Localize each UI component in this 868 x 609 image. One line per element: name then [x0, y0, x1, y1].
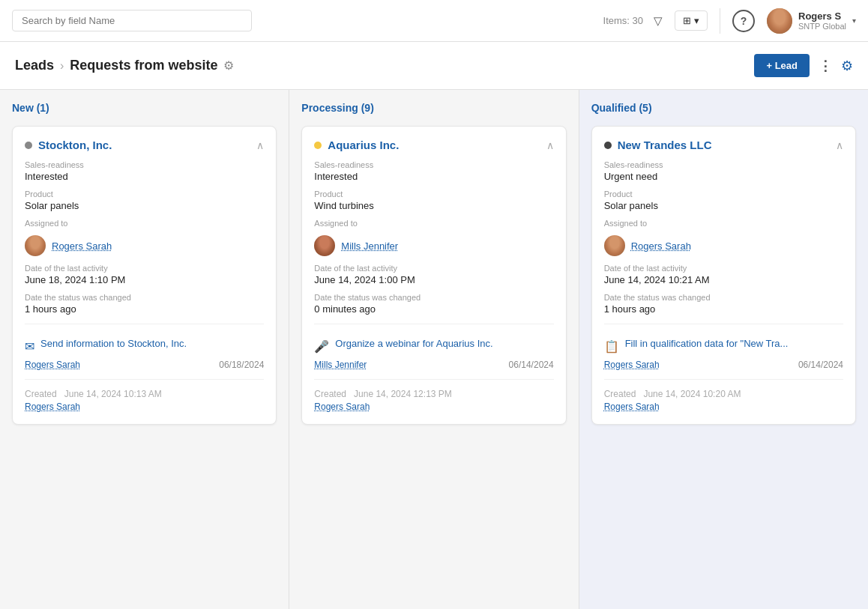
view-toggle-button[interactable]: ⊞ ▾	[675, 10, 708, 31]
collapse-icon[interactable]: ∧	[256, 139, 264, 151]
search-area: Items: 30 ▽	[12, 10, 663, 31]
status-changed-label-3: Date the status was changed	[604, 293, 843, 302]
last-activity-value: June 18, 2024 1:10 PM	[25, 274, 264, 285]
card-divider-4	[314, 379, 553, 380]
collapse-icon-2[interactable]: ∧	[546, 139, 554, 151]
card-divider	[25, 324, 264, 324]
user-name: Rogers S	[798, 10, 846, 22]
card-divider-3	[314, 324, 553, 324]
card-header-aquarius: Aquarius Inc. ∧	[314, 139, 553, 151]
user-name-block: Rogers S SNTP Global	[798, 10, 846, 31]
help-button[interactable]: ?	[732, 10, 755, 32]
status-changed-value-3: 1 hours ago	[604, 303, 843, 315]
filter-icon[interactable]: ▽	[654, 14, 663, 28]
card-footer-2: Created June 14, 2024 12:13 PM Rogers Sa…	[314, 389, 553, 412]
created-label-3: Created	[604, 389, 636, 399]
user-company: SNTP Global	[798, 22, 846, 31]
activity-meta: Rogers Sarah 06/18/2024	[25, 360, 264, 370]
activity-meta-2: Mills Jennifer 06/14/2024	[314, 360, 553, 370]
breadcrumb-root[interactable]: Leads	[15, 58, 54, 73]
collapse-icon-3[interactable]: ∧	[836, 139, 843, 151]
last-activity-label: Date of the last activity	[25, 264, 264, 273]
last-activity-value-3: June 14, 2024 10:21 AM	[604, 274, 843, 285]
items-count: Items: 30	[603, 15, 643, 26]
product-value-3: Solar panels	[604, 200, 843, 211]
column-header-processing: Processing (9)	[301, 102, 566, 114]
created-label-2: Created	[314, 389, 346, 399]
top-bar: Items: 30 ▽ ⊞ ▾ ? Rogers S SNTP Global ▾	[0, 0, 868, 42]
card-divider-2	[25, 379, 264, 380]
product-value: Solar panels	[25, 200, 264, 211]
page-settings-gear-icon[interactable]: ⚙	[223, 58, 234, 73]
created-date-2: June 14, 2024 12:13 PM	[354, 389, 452, 399]
card-stockton: Stockton, Inc. ∧ Sales-readiness Interes…	[12, 126, 277, 425]
status-dot-gray	[25, 142, 32, 149]
activity-assignee-2[interactable]: Mills Jennifer	[314, 360, 367, 370]
card-divider-5	[604, 324, 843, 324]
created-date-3: June 14, 2024 10:20 AM	[643, 389, 741, 399]
created-by[interactable]: Rogers Sarah	[25, 402, 80, 412]
sales-readiness-label-3: Sales-readiness	[604, 160, 843, 169]
created-by-2[interactable]: Rogers Sarah	[314, 402, 370, 412]
assigned-row: Rogers Sarah	[25, 235, 264, 256]
assignee-name[interactable]: Rogers Sarah	[52, 240, 112, 252]
settings-icon[interactable]: ⚙	[841, 58, 853, 74]
last-activity-value-2: June 14, 2024 1:00 PM	[314, 274, 553, 285]
card-company-name-3[interactable]: New Trandes LLC	[618, 139, 712, 151]
assigned-label: Assigned to	[25, 219, 264, 228]
chevron-down-icon: ▾	[694, 15, 699, 26]
activity-assignee[interactable]: Rogers Sarah	[25, 360, 80, 370]
breadcrumb-current: Requests from website	[70, 58, 217, 73]
column-title-qualified: Qualified (5)	[591, 102, 652, 114]
card-company-name[interactable]: Stockton, Inc.	[38, 139, 112, 151]
activity-date-3: 06/14/2024	[798, 360, 843, 370]
assignee-name-3[interactable]: Rogers Sarah	[631, 240, 691, 252]
column-header-qualified: Qualified (5)	[591, 102, 856, 114]
card-aquarius: Aquarius Inc. ∧ Sales-readiness Interest…	[301, 126, 566, 425]
status-dot-dark	[604, 142, 612, 149]
column-title-new: New (1)	[12, 102, 49, 114]
user-menu[interactable]: Rogers S SNTP Global ▾	[767, 8, 856, 34]
status-changed-label: Date the status was changed	[25, 293, 264, 302]
status-changed-label-2: Date the status was changed	[314, 293, 553, 302]
activity-date-2: 06/14/2024	[509, 360, 554, 370]
activity-row: ✉ Send information to Stockton, Inc.	[25, 333, 264, 358]
kanban-board: New (1) Stockton, Inc. ∧ Sales-readiness…	[0, 90, 868, 609]
search-input[interactable]	[12, 10, 252, 31]
product-label-3: Product	[604, 190, 843, 199]
assignee-name-2[interactable]: Mills Jennifer	[341, 240, 398, 252]
card-title-row-3: New Trandes LLC	[604, 139, 712, 151]
created-by-3[interactable]: Rogers Sarah	[604, 402, 660, 412]
activity-clipboard-icon: 📋	[604, 339, 619, 354]
created-row: Created June 14, 2024 10:13 AM	[25, 389, 264, 399]
assignee-avatar-3	[604, 235, 625, 256]
activity-text[interactable]: Send information to Stockton, Inc.	[40, 338, 264, 349]
activity-text-2[interactable]: Organize a webinar for Aquarius Inc.	[335, 338, 553, 349]
activity-text-3[interactable]: Fill in qualification data for "New Tra.…	[625, 338, 843, 349]
last-activity-label-2: Date of the last activity	[314, 264, 553, 273]
sales-readiness-label-2: Sales-readiness	[314, 160, 553, 169]
status-dot-yellow	[314, 142, 322, 149]
assigned-row-2: Mills Jennifer	[314, 235, 553, 256]
activity-date: 06/18/2024	[219, 360, 264, 370]
card-divider-6	[604, 379, 843, 380]
activity-assignee-3[interactable]: Rogers Sarah	[604, 360, 660, 370]
card-header-stockton: Stockton, Inc. ∧	[25, 139, 264, 151]
product-label-2: Product	[314, 190, 553, 199]
header-actions: + Lead ⋮ ⚙	[754, 54, 853, 77]
sales-readiness-value: Interested	[25, 171, 264, 182]
last-activity-label-3: Date of the last activity	[604, 264, 843, 273]
card-company-name-2[interactable]: Aquarius Inc.	[328, 139, 399, 151]
status-changed-value: 1 hours ago	[25, 303, 264, 315]
sales-readiness-label: Sales-readiness	[25, 160, 264, 169]
created-label: Created	[25, 389, 57, 399]
breadcrumb-separator: ›	[60, 59, 64, 73]
activity-mic-icon: 🎤	[314, 339, 329, 354]
add-lead-button[interactable]: + Lead	[754, 54, 810, 77]
assignee-avatar	[25, 235, 46, 256]
view-grid-icon: ⊞	[683, 15, 691, 26]
column-header-new: New (1)	[12, 102, 277, 114]
card-footer-3: Created June 14, 2024 10:20 AM Rogers Sa…	[604, 389, 843, 412]
more-options-icon[interactable]: ⋮	[819, 58, 832, 74]
activity-meta-3: Rogers Sarah 06/14/2024	[604, 360, 843, 370]
